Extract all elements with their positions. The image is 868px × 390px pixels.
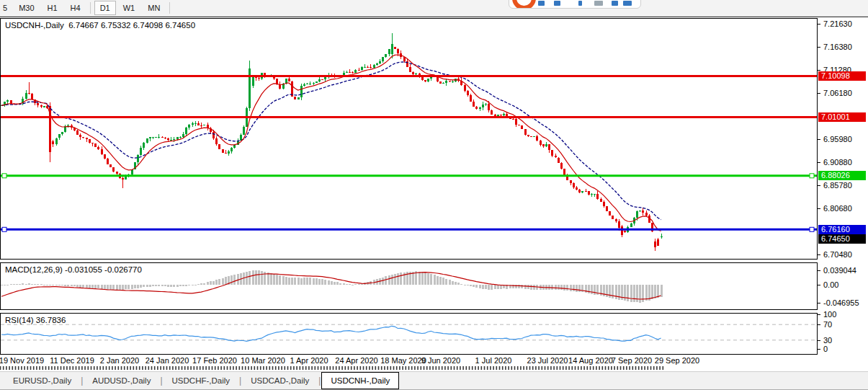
axis-tick — [818, 24, 820, 25]
current-price-label: 6.74650 — [818, 234, 866, 244]
date-tick-label: 1 Jul 2020 — [475, 356, 512, 365]
date-tick-label: 17 Feb 2020 — [192, 356, 237, 365]
price-chart-canvas[interactable] — [1, 19, 817, 259]
axis-tick — [818, 340, 820, 341]
axis-tick — [818, 303, 820, 303]
watermark-glyph — [578, 1, 582, 6]
slow-ma-line[interactable] — [1, 62, 661, 220]
rsi-panel[interactable]: RSI(14) 36.7836 — [0, 313, 818, 355]
axis-tick — [818, 314, 820, 315]
axis-tick — [818, 270, 820, 271]
rsi-tick-label: 100 — [823, 310, 836, 319]
axis-tick — [818, 324, 820, 325]
date-tick-label: 9 Jun 2020 — [421, 356, 460, 365]
date-tick-label: 1 Apr 2020 — [290, 356, 328, 365]
price-tick-label: 7.16380 — [823, 43, 852, 51]
axis-tick — [818, 208, 820, 209]
level-price-label-6.76160: 6.76160 — [818, 225, 866, 234]
watermark-glyph — [594, 1, 603, 6]
rsi-tick-label: 30 — [823, 336, 832, 345]
watermark-logo — [509, 0, 641, 9]
chart-tab-eurusd[interactable]: EURUSD-,Daily — [4, 373, 80, 389]
tab-divider: | — [239, 376, 241, 386]
watermark-glyph — [538, 1, 545, 6]
timeframe-button-d1[interactable]: D1 — [94, 1, 116, 15]
axis-tick — [818, 254, 820, 255]
chart-tab-usdchf[interactable]: USDCHF-,Daily — [164, 373, 239, 389]
date-tick-label: 24 Apr 2020 — [335, 356, 377, 365]
toolbar-separator — [90, 2, 91, 14]
date-tick-label: 14 Aug 2020 — [568, 356, 613, 365]
axis-tick — [818, 47, 820, 48]
mt4-window: 5M30H1H4D1W1MN USDCNH-,Daily 6.74667 6.7… — [0, 0, 868, 390]
watermark-glyph — [623, 1, 632, 6]
rsi-line — [1, 326, 661, 341]
macd-histogram — [1, 270, 663, 303]
level-price-label-7.01001: 7.01001 — [818, 112, 866, 122]
rsi-label: RSI(14) 36.7836 — [5, 316, 66, 324]
timeframe-button-w1[interactable]: W1 — [117, 1, 141, 15]
axis-tick — [818, 285, 820, 285]
price-tick-label: 7.06180 — [823, 89, 852, 97]
time-scrollbar[interactable] — [0, 366, 670, 371]
macd-panel[interactable]: MACD(12,26,9) -0.031055 -0.026770 — [0, 262, 818, 310]
watermark-glyph — [612, 1, 618, 6]
main-chart-panel[interactable]: USDCNH-,Daily 6.74667 6.75332 6.74098 6.… — [0, 18, 818, 260]
timeframe-toolbar: 5M30H1H4D1W1MN — [0, 0, 868, 17]
level-price-label-7.10098: 7.10098 — [818, 71, 866, 81]
price-tick-label: 6.95980 — [823, 135, 852, 143]
axis-tick — [818, 349, 820, 350]
line-handle[interactable] — [2, 227, 6, 231]
line-handle[interactable] — [810, 227, 814, 231]
chart-tabs: EURUSD-,Daily|AUDUSD-,Daily|USDCHF-,Dail… — [0, 371, 868, 390]
chart-ohlc-header: USDCNH-,Daily 6.74667 6.75332 6.74098 6.… — [5, 21, 195, 30]
date-tick-label: 23 Jul 2020 — [527, 356, 568, 365]
time-axis: 19 Nov 201911 Dec 20192 Jan 202024 Jan 2… — [0, 356, 818, 366]
macd-tick-label: -0.046955 — [823, 298, 859, 307]
timeframe-button-5[interactable]: 5 — [1, 1, 12, 15]
tab-divider: | — [318, 376, 321, 386]
timeframe-button-h1[interactable]: H1 — [42, 1, 63, 15]
date-tick-label: 10 Mar 2020 — [241, 356, 285, 365]
price-tick-label: 7.21630 — [823, 19, 852, 28]
axis-tick — [818, 139, 820, 140]
macd-label: MACD(12,26,9) -0.031055 -0.026770 — [5, 265, 142, 274]
date-tick-label: 19 Nov 2019 — [0, 356, 44, 365]
price-tick-label: 6.85780 — [823, 181, 852, 190]
toolbar-separator — [169, 2, 170, 14]
axis-tick — [818, 162, 820, 163]
price-tick-label: 6.80680 — [823, 204, 852, 213]
axis-tick — [818, 185, 820, 186]
tab-divider: | — [81, 376, 83, 386]
price-tick-label: 6.90880 — [823, 158, 852, 167]
axis-tick — [818, 93, 820, 94]
workspace-top-border — [0, 17, 868, 17]
watermark-glyph — [554, 1, 560, 6]
watermark-orange-swoosh — [512, 0, 536, 9]
date-tick-label: 2 Jan 2020 — [100, 356, 139, 365]
level-price-label-6.88026: 6.88026 — [818, 171, 866, 180]
macd-tick-label: 0.039044 — [823, 266, 856, 275]
price-tick-label: 6.70480 — [823, 250, 852, 259]
date-tick-label: 18 May 2020 — [380, 356, 426, 365]
date-tick-label: 24 Jan 2020 — [146, 356, 189, 365]
timeframe-button-h4[interactable]: H4 — [65, 1, 86, 15]
timeframe-button-mn[interactable]: MN — [142, 1, 166, 15]
chart-tab-usdcnh[interactable]: USDCNH-,Daily — [321, 372, 399, 389]
timeframe-button-m30[interactable]: M30 — [13, 1, 40, 15]
fast-ma-line[interactable] — [1, 55, 661, 231]
axis-tick — [818, 70, 820, 71]
tab-divider: | — [160, 376, 162, 386]
date-tick-label: 7 Sep 2020 — [612, 356, 652, 365]
chart-tab-usdcad[interactable]: USDCAD-,Daily — [242, 373, 318, 389]
line-handle[interactable] — [810, 174, 814, 178]
rsi-tick-label: 0 — [823, 345, 828, 353]
date-tick-label: 29 Sep 2020 — [655, 356, 699, 365]
chart-tab-audusd[interactable]: AUDUSD-,Daily — [84, 373, 159, 389]
date-tick-label: 11 Dec 2019 — [50, 356, 94, 365]
rsi-canvas[interactable] — [1, 314, 817, 354]
price-axis: 7.216307.163807.112807.061806.959806.908… — [818, 17, 868, 371]
line-handle[interactable] — [2, 174, 6, 178]
macd-tick-label: 0.00 — [823, 280, 838, 289]
rsi-tick-label: 70 — [823, 320, 832, 329]
